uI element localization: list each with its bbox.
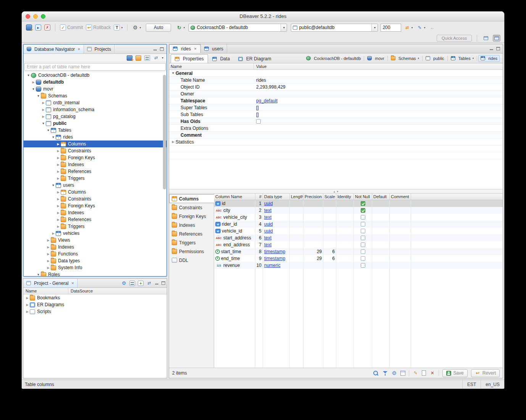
commit-button[interactable]: Commit — [59, 23, 84, 32]
tree-item-crdb-internal[interactable]: ▶crdb_internal — [24, 99, 166, 106]
new-connection-icon[interactable] — [127, 55, 132, 61]
expand-arrow-icon[interactable]: ▶ — [46, 239, 51, 242]
close-view-icon[interactable]: ✕ — [77, 47, 81, 51]
datatype-link[interactable]: text — [264, 242, 271, 247]
tree-item-data-types[interactable]: ▶Data types — [24, 257, 166, 264]
close-view-icon[interactable]: ✕ — [71, 281, 74, 285]
tree-item-triggers[interactable]: ▶Triggers — [24, 175, 166, 182]
tree-item-cockroachdb-defaultdb[interactable]: ▼CockroachDB - defaultdb — [24, 72, 166, 79]
tree-item-indexes[interactable]: ▶Indexes — [24, 161, 166, 168]
tree-item-users[interactable]: ▼users — [24, 182, 166, 189]
property-row-sub-tables[interactable]: Sub Tables[] — [169, 111, 503, 118]
tree-item-functions[interactable]: ▶Functions — [24, 250, 166, 257]
expand-arrow-icon[interactable]: ▶ — [56, 197, 61, 201]
not-null-checkbox[interactable] — [361, 263, 365, 268]
collapse-arrow-icon[interactable]: ▼ — [31, 87, 36, 91]
minimize-view-icon[interactable] — [153, 47, 157, 51]
transaction-mode-button[interactable] — [113, 23, 124, 32]
project-item-bookmarks[interactable]: ▶Bookmarks — [23, 294, 167, 301]
property-row-tablespace[interactable]: Tablespacepg_default — [169, 97, 503, 104]
tree-item-public[interactable]: ▼public — [24, 120, 166, 127]
breadcrumb-tables[interactable]: Tables — [449, 55, 476, 61]
properties-name-header[interactable]: Name — [169, 63, 254, 69]
expand-arrow-icon[interactable]: ▶ — [31, 81, 36, 84]
schema-combo[interactable]: public@defaultdb — [291, 24, 378, 32]
property-row-owner[interactable]: Owner — [169, 90, 503, 97]
dbeaver-perspective-icon[interactable] — [493, 35, 500, 42]
splitter[interactable] — [169, 189, 503, 194]
rollback-button[interactable]: Rollback — [85, 23, 112, 32]
tree-item-triggers[interactable]: ▶Triggers — [24, 223, 166, 230]
column-header-num[interactable]: # — [255, 194, 263, 200]
tab-database-navigator[interactable]: Database Navigator ✕ — [24, 45, 84, 53]
filter-icon[interactable] — [382, 370, 388, 376]
column-row-revenue[interactable]: 123revenue10numeric — [214, 262, 503, 269]
property-row-has-oids[interactable]: Has Oids — [169, 118, 503, 125]
expand-arrow-icon[interactable]: ▶ — [25, 296, 30, 300]
property-row-extra-options[interactable]: Extra Options — [169, 125, 503, 132]
datatype-link[interactable]: uuid — [264, 201, 273, 206]
project-item-er-diagrams[interactable]: ▶ER Diagrams — [23, 301, 167, 308]
close-window-button[interactable] — [26, 14, 30, 19]
zoom-window-button[interactable] — [41, 14, 45, 19]
tree-item-views[interactable]: ▶Views — [24, 237, 166, 244]
expand-arrow-icon[interactable]: ▶ — [56, 225, 61, 228]
column-row-start-time[interactable]: start_time8timestamp296 — [214, 248, 503, 255]
column-row-id[interactable]: idid1uuid — [214, 200, 503, 207]
collapse-arrow-icon[interactable]: ▼ — [46, 129, 51, 132]
tree-item-movr[interactable]: ▼movr — [24, 86, 166, 92]
connect-button[interactable] — [34, 23, 42, 32]
maximize-view-icon[interactable] — [161, 281, 165, 285]
column-row-end-address[interactable]: ABCend_address7text — [214, 241, 503, 248]
not-null-checkbox[interactable] — [361, 215, 365, 220]
tree-item-indexes[interactable]: ▶Indexes — [24, 244, 166, 250]
open-perspective-icon[interactable] — [482, 35, 490, 42]
expand-arrow-icon[interactable]: ▶ — [56, 204, 61, 208]
property-row-general[interactable]: ▼General — [169, 70, 503, 77]
side-tab-foreign-keys[interactable]: Foreign Keys — [169, 212, 214, 221]
tree-item-references[interactable]: ▶References — [24, 168, 166, 175]
expand-arrow-icon[interactable]: ▶ — [171, 140, 176, 144]
side-tab-columns[interactable]: Columns — [169, 194, 214, 203]
expand-arrow-icon[interactable]: ▶ — [56, 218, 61, 221]
fetch-size-input[interactable] — [381, 24, 401, 32]
datatype-link[interactable]: text — [264, 215, 271, 220]
column-row-start-address[interactable]: ABCstart_address6text — [214, 234, 503, 241]
property-row-statistics[interactable]: ▶Statistics — [169, 139, 503, 145]
edit-column-icon[interactable] — [413, 370, 418, 376]
sql-generator-button[interactable] — [415, 23, 426, 32]
collapse-arrow-icon[interactable]: ▼ — [36, 273, 41, 276]
expand-arrow-icon[interactable]: ▶ — [56, 170, 61, 173]
tree-item-rides[interactable]: ▼rides — [24, 134, 166, 141]
expand-arrow-icon[interactable]: ▶ — [41, 115, 46, 118]
link-with-editor-icon[interactable] — [146, 281, 152, 286]
not-null-checkbox[interactable] — [361, 222, 365, 226]
close-tab-icon[interactable]: ✕ — [194, 47, 197, 51]
datatype-link[interactable]: timestamp — [264, 256, 285, 261]
tree-item-foreign-keys[interactable]: ▶Foreign Keys — [24, 202, 166, 209]
datatype-link[interactable]: uuid — [264, 228, 273, 234]
side-tab-permissions[interactable]: Permissions — [169, 247, 214, 256]
expand-all-icon[interactable] — [138, 281, 144, 286]
editor-tab-rides[interactable]: rides✕ — [169, 44, 201, 53]
column-row-vehicle-id[interactable]: idvehicle_id5uuid — [214, 228, 503, 234]
tree-item-references[interactable]: ▶References — [24, 216, 166, 223]
expand-arrow-icon[interactable]: ▶ — [25, 303, 30, 307]
expand-arrow-icon[interactable]: ▶ — [41, 101, 46, 105]
side-tab-references[interactable]: References — [169, 229, 214, 238]
not-null-checkbox[interactable] — [361, 256, 365, 261]
tree-item-foreign-keys[interactable]: ▶Foreign Keys — [24, 154, 166, 161]
not-null-checkbox[interactable] — [361, 236, 365, 240]
expand-arrow-icon[interactable]: ▶ — [56, 163, 61, 166]
expand-arrow-icon[interactable]: ▶ — [56, 177, 61, 180]
collapse-arrow-icon[interactable]: ▼ — [26, 74, 31, 77]
not-null-checkbox[interactable] — [361, 242, 365, 247]
column-header-scale[interactable]: Scale — [323, 194, 336, 200]
breadcrumb-schemas[interactable]: Schemas — [389, 55, 421, 61]
quick-access-button[interactable]: Quick Access — [437, 35, 472, 42]
splitter-down-icon[interactable] — [337, 190, 339, 193]
column-header-identity[interactable]: Identity — [336, 194, 354, 200]
column-row-rider-id[interactable]: idrider_id4uuid — [214, 221, 503, 228]
property-row-table-name[interactable]: Table Namerides — [169, 77, 503, 84]
minimize-window-button[interactable] — [33, 14, 38, 19]
